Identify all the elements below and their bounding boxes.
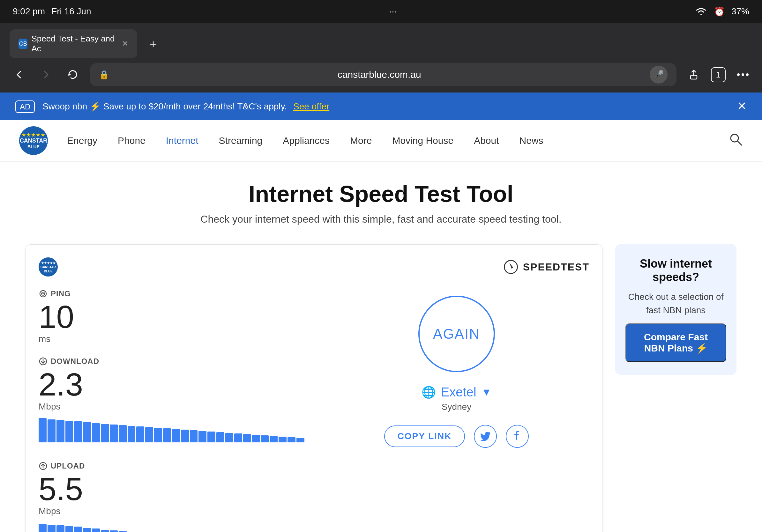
status-center: ···: [389, 6, 397, 17]
compare-button[interactable]: Compare Fast NBN Plans ⚡: [625, 323, 726, 362]
back-button[interactable]: [10, 65, 29, 84]
tab-bar: CB Speed Test - Easy and Ac ✕ ＋: [10, 29, 752, 58]
ping-value: 10: [38, 301, 304, 333]
tab-favicon: CB: [19, 38, 28, 49]
ping-icon: [38, 289, 47, 298]
ad-close-button[interactable]: ✕: [737, 100, 747, 113]
stats-row: PING 10 ms DOWNLOAD: [38, 289, 589, 532]
nav-phone[interactable]: Phone: [118, 135, 145, 146]
svg-point-1: [737, 73, 740, 76]
ad-link[interactable]: See offer: [293, 101, 329, 111]
site-nav: Energy Phone Internet Streaming Applianc…: [67, 135, 710, 146]
download-block: DOWNLOAD 2.3 Mbps: [38, 357, 304, 442]
nav-internet[interactable]: Internet: [166, 135, 198, 146]
center-col: AGAIN 🌐 Exetel ▼ Sydney COPY LINK: [324, 289, 589, 448]
download-value: 2.3: [38, 368, 304, 400]
date: Fri 16 Jun: [51, 6, 91, 17]
speedtest-brand: SPEEDTEST: [504, 260, 589, 274]
nav-more[interactable]: More: [350, 135, 372, 146]
upload-label: UPLOAD: [38, 461, 304, 470]
site-header: ★★★★★ CANSTAR BLUE Energy Phone Internet…: [0, 120, 762, 162]
reload-button[interactable]: [63, 65, 82, 84]
tab-close-button[interactable]: ✕: [122, 39, 128, 48]
download-unit: Mbps: [38, 402, 304, 412]
isp-location: Sydney: [442, 402, 471, 412]
search-button[interactable]: [729, 132, 743, 149]
isp-row: 🌐 Exetel ▼: [421, 385, 492, 399]
battery: 37%: [731, 6, 749, 17]
page-title: Internet Speed Test Tool: [26, 181, 736, 207]
left-stats: PING 10 ms DOWNLOAD: [38, 289, 304, 532]
browser-menu-button[interactable]: [733, 65, 752, 84]
nav-appliances[interactable]: Appliances: [283, 135, 330, 146]
lock-icon: 🔒: [99, 70, 109, 80]
wifi-icon: [695, 6, 708, 17]
tab-count-button[interactable]: 1: [711, 67, 725, 82]
address-bar[interactable]: 🔒 canstarblue.com.au 🎤: [90, 63, 676, 86]
isp-info: 🌐 Exetel ▼ Sydney: [421, 385, 492, 412]
nav-about[interactable]: About: [474, 135, 499, 146]
page-subtitle: Check your internet speed with this simp…: [26, 213, 736, 225]
tab-title: Speed Test - Easy and Ac: [31, 34, 115, 54]
widget-area: ★★★★★ CANSTAR BLUE SPEEDTEST: [26, 244, 736, 532]
active-tab[interactable]: CB Speed Test - Easy and Ac ✕: [10, 29, 137, 58]
download-icon: [38, 357, 47, 366]
browser-chrome: CB Speed Test - Easy and Ac ✕ ＋ 🔒 ca: [0, 23, 762, 93]
ping-unit: ms: [38, 334, 304, 344]
status-left: 9:02 pm Fri 16 Jun: [13, 6, 91, 17]
logo-subtext: BLUE: [28, 144, 39, 149]
globe-icon: 🌐: [421, 386, 436, 399]
forward-button[interactable]: [37, 65, 55, 84]
ad-badge: AD: [15, 100, 35, 113]
isp-chevron-icon[interactable]: ▼: [482, 386, 492, 398]
microphone-button[interactable]: 🎤: [650, 66, 667, 84]
widget-logo: ★★★★★ CANSTAR BLUE: [38, 257, 58, 277]
svg-point-2: [741, 73, 744, 76]
alarm-icon: ⏰: [714, 6, 725, 17]
speedtest-icon: [504, 260, 518, 274]
upload-unit: Mbps: [38, 506, 304, 516]
time: 9:02 pm: [13, 6, 45, 17]
ad-text: Swoop nbn ⚡ Save up to $20/mth over 24mt…: [42, 101, 287, 111]
sidebar-promo: Slow internet speeds? Check out a select…: [615, 244, 736, 375]
upload-icon: [38, 461, 47, 470]
logo-stars: ★★★★★: [22, 132, 45, 137]
download-chart: [38, 417, 304, 442]
speed-widget: ★★★★★ CANSTAR BLUE SPEEDTEST: [26, 244, 602, 532]
logo-circle: ★★★★★ CANSTAR BLUE: [19, 126, 48, 155]
share-button[interactable]: [684, 65, 703, 84]
address-bar-row: 🔒 canstarblue.com.au 🎤 1: [10, 63, 752, 86]
ping-block: PING 10 ms: [38, 289, 304, 344]
promo-description: Check out a selection of fast NBN plans: [625, 290, 726, 317]
nav-streaming[interactable]: Streaming: [219, 135, 263, 146]
nav-news[interactable]: News: [519, 135, 543, 146]
upload-chart: [38, 521, 304, 532]
widget-header: ★★★★★ CANSTAR BLUE SPEEDTEST: [38, 257, 589, 277]
nav-moving-house[interactable]: Moving House: [392, 135, 453, 146]
nav-energy[interactable]: Energy: [67, 135, 97, 146]
logo-text: CANSTAR: [20, 137, 47, 144]
status-right: ⏰ 37%: [695, 6, 749, 17]
upload-block: UPLOAD 5.5 Mbps: [38, 461, 304, 532]
upload-value: 5.5: [38, 473, 304, 505]
copy-link-button[interactable]: COPY LINK: [384, 426, 465, 447]
main-content: Internet Speed Test Tool Check your inte…: [0, 162, 762, 532]
isp-name: Exetel: [441, 385, 476, 399]
download-label: DOWNLOAD: [38, 357, 304, 366]
again-button[interactable]: AGAIN: [418, 296, 495, 372]
promo-title: Slow internet speeds?: [625, 257, 726, 284]
twitter-button[interactable]: [474, 425, 497, 448]
url-text: canstarblue.com.au: [114, 69, 645, 80]
svg-point-3: [746, 73, 749, 76]
svg-point-7: [42, 293, 44, 295]
ping-label: PING: [38, 289, 304, 298]
ad-banner: AD Swoop nbn ⚡ Save up to $20/mth over 2…: [0, 93, 762, 120]
share-row: COPY LINK: [384, 425, 529, 448]
ad-content: AD Swoop nbn ⚡ Save up to $20/mth over 2…: [15, 101, 329, 112]
logo[interactable]: ★★★★★ CANSTAR BLUE: [19, 126, 48, 155]
facebook-button[interactable]: [506, 425, 529, 448]
status-bar: 9:02 pm Fri 16 Jun ··· ⏰ 37%: [0, 0, 762, 23]
svg-point-4: [731, 134, 738, 142]
new-tab-button[interactable]: ＋: [142, 35, 164, 53]
